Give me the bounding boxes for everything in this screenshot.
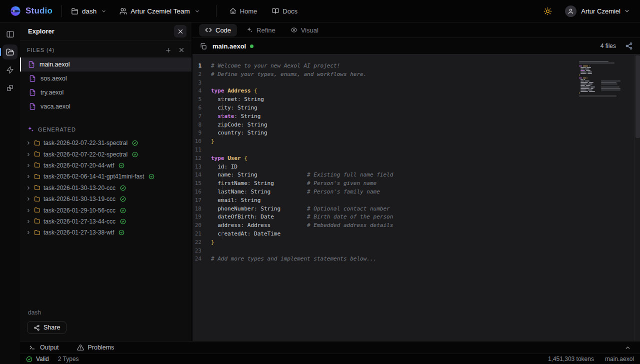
collapse-files-button[interactable] — [178, 47, 184, 54]
scrollbar-thumb[interactable] — [636, 56, 640, 138]
code-line[interactable]: 22} — [192, 238, 640, 247]
code-editor[interactable]: 1# Welcome to your new Aexol AI project!… — [192, 54, 640, 341]
nav-docs[interactable]: Docs — [272, 8, 298, 15]
avatar[interactable] — [565, 6, 576, 17]
explorer-activity-button[interactable] — [2, 44, 18, 60]
aexol-file-icon — [28, 61, 35, 68]
code-line[interactable]: 8 zipCode: String — [192, 121, 640, 130]
task-item[interactable]: task-2026-01-27-13-44-ccc — [20, 216, 192, 227]
project-dropdown[interactable]: dash — [71, 8, 106, 15]
blocks-activity-button[interactable] — [2, 80, 18, 96]
folder-icon — [34, 218, 40, 224]
code-line[interactable]: 2# Define your types, enums, and workflo… — [192, 70, 640, 79]
task-item[interactable]: task-2026-02-07-22-02-spectral — [20, 148, 192, 160]
code-line[interactable]: 17 email: String — [192, 196, 640, 205]
task-success-icon — [120, 218, 126, 224]
team-dropdown[interactable]: Artur Czemiel Team — [120, 8, 200, 15]
task-item[interactable]: task-2026-01-30-13-19-ccc — [20, 194, 192, 204]
code-line[interactable]: 6 city: String — [192, 104, 640, 112]
file-item[interactable]: try.aexol — [20, 86, 192, 100]
line-number: 22 — [192, 238, 211, 247]
file-item[interactable]: vaca.aexol — [20, 100, 192, 114]
output-bar: Output Problems — [20, 341, 640, 354]
user-menu-chevron-icon[interactable] — [624, 8, 630, 14]
task-item[interactable]: task-2026-01-27-13-38-wtf — [20, 227, 192, 238]
theme-toggle-sun-icon[interactable] — [544, 7, 552, 16]
code-line[interactable]: 4type Address { — [192, 87, 640, 96]
generated-section-header: GENERATED — [38, 126, 76, 132]
validation-status: Valid — [26, 356, 49, 362]
code-line[interactable]: 24# Add more types and implement stateme… — [192, 255, 640, 264]
code-line[interactable]: 16 lastName: String # Person's family na… — [192, 188, 640, 196]
chevron-right-icon[interactable] — [26, 219, 31, 224]
code-line[interactable]: 10} — [192, 138, 640, 146]
code-line[interactable]: 11 — [192, 146, 640, 154]
task-name: task-2026-02-07-22-02-spectral — [44, 151, 128, 158]
line-number: 5 — [192, 96, 211, 104]
task-name: task-2026-02-07-20-44-wtf — [44, 162, 114, 169]
task-item[interactable]: task-2026-01-30-13-20-ccc — [20, 182, 192, 194]
chevron-right-icon[interactable] — [26, 152, 31, 157]
chevron-right-icon[interactable] — [26, 140, 31, 146]
share-button[interactable]: Share — [27, 321, 66, 334]
project-label: dash — [20, 309, 192, 316]
code-line[interactable]: 13 id: ID — [192, 163, 640, 172]
code-line[interactable]: 9 country: String — [192, 129, 640, 138]
file-item[interactable]: main.aexol — [20, 58, 192, 72]
chevron-right-icon[interactable] — [26, 186, 31, 190]
code-line[interactable]: 15 firstName: String # Person's given na… — [192, 180, 640, 188]
file-name: try.aexol — [40, 89, 64, 96]
tab-code[interactable]: Code — [199, 24, 237, 36]
task-item[interactable]: task-2026-02-06-14-41-gpt41mini-fast — [20, 171, 192, 182]
problems-tab[interactable]: Problems — [77, 344, 114, 351]
line-number: 23 — [192, 247, 211, 256]
editor-scrollbar[interactable] — [634, 54, 640, 341]
output-tab[interactable]: Output — [29, 344, 59, 351]
task-success-icon — [120, 208, 126, 214]
plus-icon — [165, 47, 172, 54]
files-section-header: FILES (4) — [27, 47, 54, 53]
code-line[interactable]: 12type User { — [192, 154, 640, 163]
copy-file-button[interactable] — [200, 42, 207, 50]
tab-visual[interactable]: Visual — [284, 24, 324, 36]
close-explorer-button[interactable] — [174, 25, 186, 38]
task-name: task-2026-01-27-13-44-ccc — [44, 218, 116, 225]
code-line[interactable]: 21 createdAt: DateTime — [192, 230, 640, 238]
code-line[interactable]: 20 address: Address # Embedded address d… — [192, 222, 640, 230]
code-line[interactable]: 3 — [192, 79, 640, 88]
files-count: 4 files — [600, 42, 616, 50]
minimap[interactable] — [579, 61, 633, 97]
line-number: 1 — [192, 62, 211, 70]
task-item[interactable]: task-2026-02-07-20-44-wtf — [20, 160, 192, 171]
code-icon — [205, 26, 212, 34]
task-item[interactable]: task-2026-01-29-10-56-ccc — [20, 204, 192, 216]
task-name: task-2026-02-07-22-31-spectral — [44, 140, 128, 146]
tasks-activity-button[interactable] — [2, 62, 18, 78]
code-line[interactable]: 1# Welcome to your new Aexol AI project! — [192, 62, 640, 70]
chevron-right-icon[interactable] — [26, 230, 31, 235]
code-line[interactable]: 23 — [192, 247, 640, 256]
task-name: task-2026-01-30-13-19-ccc — [44, 196, 116, 202]
chevron-right-icon[interactable] — [26, 174, 31, 179]
chevron-right-icon[interactable] — [26, 196, 31, 202]
code-line[interactable]: 18 phoneNumber: String # Optional contac… — [192, 205, 640, 214]
code-line[interactable]: 5 street: String — [192, 96, 640, 104]
code-line[interactable]: 19 dateOfBirth: Date # Birth date of the… — [192, 213, 640, 222]
code-lines: 1# Welcome to your new Aexol AI project!… — [192, 54, 640, 264]
file-item[interactable]: sos.aexol — [20, 72, 192, 86]
task-item[interactable]: task-2026-02-07-22-31-spectral — [20, 138, 192, 148]
tab-refine[interactable]: Refine — [240, 24, 282, 36]
add-file-button[interactable] — [165, 47, 172, 54]
share-file-button[interactable] — [625, 42, 633, 50]
task-name: task-2026-01-27-13-38-wtf — [44, 229, 114, 236]
chevron-right-icon[interactable] — [26, 208, 31, 213]
task-success-icon — [118, 162, 124, 168]
close-icon — [178, 28, 184, 34]
nav-home[interactable]: Home — [230, 8, 258, 15]
code-line[interactable]: 7 state: String — [192, 112, 640, 121]
toggle-sidebar-button[interactable] — [2, 26, 18, 42]
collapse-panel-button[interactable] — [624, 344, 631, 351]
code-line[interactable]: 14 name: String # Existing full name fie… — [192, 171, 640, 180]
chevron-right-icon[interactable] — [26, 163, 31, 168]
share-button-label: Share — [44, 324, 60, 331]
